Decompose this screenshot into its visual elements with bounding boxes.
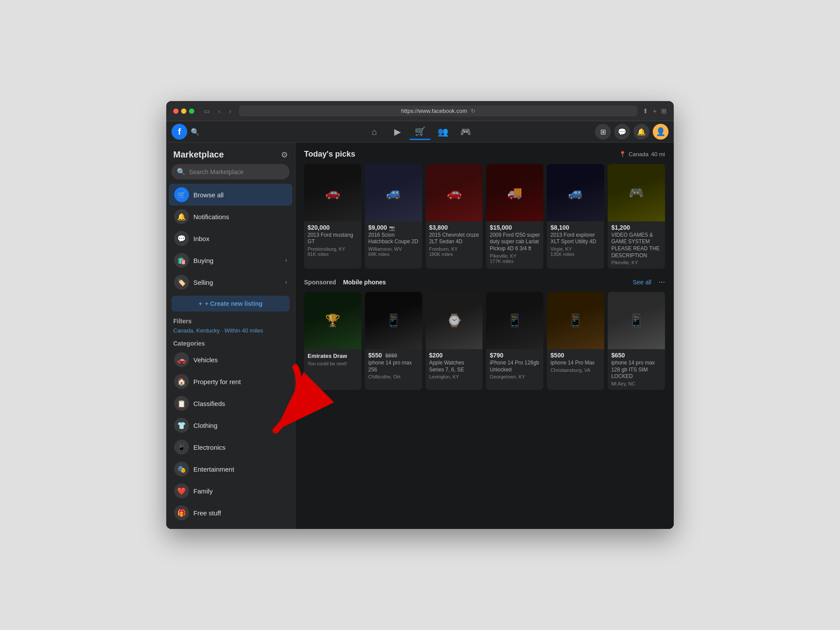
product-price: $790 xyxy=(490,352,540,359)
sponsored-card-iphone14-gold[interactable]: 📱 $500 iphone 14 Pro Max Christiansburg,… xyxy=(547,292,604,390)
nav-gaming-button[interactable]: 🎮 xyxy=(455,123,476,140)
sidebar-item-classifieds[interactable]: 📋 Classifieds xyxy=(169,392,292,414)
product-miles: 68K miles xyxy=(368,252,419,257)
entertainment-label: Entertainment xyxy=(193,466,287,473)
location-meta: 📍 Canada 40 mi xyxy=(619,151,665,158)
sidebar-item-vehicles[interactable]: 🚗 Vehicles xyxy=(169,349,292,371)
nav-marketplace-button[interactable]: 🛒 xyxy=(410,123,430,140)
search-bar[interactable]: 🔍 xyxy=(172,164,290,179)
search-input-icon: 🔍 xyxy=(177,168,186,176)
fb-logo-area: f 🔍 xyxy=(166,124,214,140)
product-img-mustang: 🚗 xyxy=(304,164,361,221)
sponsored-section: Sponsored Mobile phones See all ··· 🏆 Em… xyxy=(304,277,665,390)
product-price: $500 xyxy=(550,352,601,359)
property-rent-icon: 🏠 xyxy=(174,374,189,389)
grid-icon[interactable]: ⊞ xyxy=(661,107,667,115)
sidebar-toggle-icon[interactable]: ▭ xyxy=(201,107,212,116)
apps-icon[interactable]: ⊞ xyxy=(595,124,611,140)
new-tab-icon[interactable]: + xyxy=(653,107,657,115)
sidebar-item-browse-all[interactable]: 🛒 Browse all xyxy=(169,184,292,206)
product-price: $1,200 xyxy=(611,224,662,231)
location-text: Canada xyxy=(629,151,649,158)
back-icon[interactable]: ‹ xyxy=(216,107,223,116)
nav-home-button[interactable]: ⌂ xyxy=(364,123,385,140)
sidebar-item-property-rent[interactable]: 🏠 Property for rent xyxy=(169,371,292,392)
search-input[interactable] xyxy=(189,168,284,175)
product-price: $15,000 xyxy=(490,224,540,231)
refresh-icon[interactable]: ↻ xyxy=(471,108,476,114)
product-location: Virgie, KY xyxy=(550,246,601,252)
user-avatar[interactable]: 👤 xyxy=(653,124,668,140)
mobile-phones-label: Mobile phones xyxy=(343,279,386,286)
fb-logo[interactable]: f xyxy=(172,124,187,140)
product-info-mustang: $20,000 2013 Ford mustang GT Prestonsbur… xyxy=(304,221,361,260)
sponsored-card-iphone14[interactable]: 📱 $790 iPhone 14 Pro 128gb Unlocked Geor… xyxy=(486,292,543,390)
sidebar-item-clothing[interactable]: 👕 Clothing xyxy=(169,414,292,436)
clothing-icon: 👕 xyxy=(174,418,189,433)
sidebar-item-selling[interactable]: 🏷️ Selling › xyxy=(169,271,292,293)
product-miles: 91K miles xyxy=(308,252,358,257)
product-location: Christiansburg, VA xyxy=(550,368,601,373)
product-card-pikachu[interactable]: 🎮 $1,200 VIDEO GAMES & GAME SYSTEM PLEAS… xyxy=(608,164,665,269)
product-card-f250[interactable]: 🚚 $15,000 2009 Ford f250 super duty supe… xyxy=(486,164,543,269)
product-miles: 135K miles xyxy=(550,252,601,257)
sponsored-card-watch[interactable]: ⌚ $200 Apple Watches Series 7, 6, SE Lex… xyxy=(426,292,483,390)
product-card-scion[interactable]: 🚙 $9,000 📷 2016 Scion Hatchback Coupe 2D… xyxy=(365,164,422,269)
todays-picks-header: Today's picks 📍 Canada 40 mi xyxy=(304,150,665,159)
sponsored-info-iphone14-sim: $650 iphone 14 pro max 128 gb ITS SIM LO… xyxy=(608,349,665,390)
nav-watch-button[interactable]: ▶ xyxy=(387,123,408,140)
sidebar-item-notifications[interactable]: 🔔 Notifications xyxy=(169,206,292,228)
car-placeholder-icon: 🚙 xyxy=(386,186,401,200)
more-options-icon[interactable]: ··· xyxy=(658,277,665,287)
vehicles-icon: 🚗 xyxy=(174,352,189,367)
free-stuff-label: Free stuff xyxy=(193,509,287,517)
messenger-icon[interactable]: 💬 xyxy=(614,124,630,140)
close-button[interactable] xyxy=(173,108,178,114)
product-location: Freeburn, KY xyxy=(429,246,480,252)
sidebar-item-buying[interactable]: 🛍️ Buying › xyxy=(169,249,292,271)
inbox-label: Inbox xyxy=(193,235,287,242)
see-all-link[interactable]: See all xyxy=(633,279,651,286)
product-card-explorer[interactable]: 🚙 $8,100 2013 Ford explorer XLT Sport Ut… xyxy=(547,164,604,269)
minimize-button[interactable] xyxy=(181,108,186,114)
sponsored-info-phone1: $550 $650 iphone 14 pro max 256 Chillico… xyxy=(365,349,422,383)
sidebar-item-free-stuff[interactable]: 🎁 Free stuff xyxy=(169,502,292,524)
main-layout: Marketplace ⚙ 🔍 🛒 Browse all 🔔 Notificat… xyxy=(166,143,674,529)
nav-groups-button[interactable]: 👥 xyxy=(432,123,453,140)
sponsored-info-iphone14-gold: $500 iphone 14 Pro Max Christiansburg, V… xyxy=(547,349,604,376)
address-bar[interactable]: https://www.facebook.com ↻ xyxy=(239,105,637,116)
product-name: 2015 Chevrolet cruze 2LT Sedan 4D xyxy=(429,232,480,245)
search-icon[interactable]: 🔍 xyxy=(191,128,200,136)
product-info-cruze: $3,800 2015 Chevrolet cruze 2LT Sedan 4D… xyxy=(426,221,483,260)
sponsored-card-iphone14-sim[interactable]: 📱 $650 iphone 14 pro max 128 gb ITS SIM … xyxy=(608,292,665,390)
sidebar-item-electronics[interactable]: 📱 Electronics xyxy=(169,436,292,458)
maximize-button[interactable] xyxy=(189,108,194,114)
selling-label: Selling xyxy=(193,279,281,286)
product-card-cruze[interactable]: 🚗 $3,800 2015 Chevrolet cruze 2LT Sedan … xyxy=(426,164,483,269)
product-price: $3,800 xyxy=(429,224,480,231)
sidebar-title: Marketplace xyxy=(173,150,224,160)
sponsored-header: Sponsored Mobile phones See all ··· xyxy=(304,277,665,287)
sidebar-item-entertainment[interactable]: 🎭 Entertainment xyxy=(169,458,292,480)
buying-chevron-icon: › xyxy=(285,257,287,263)
notifications-icon[interactable]: 🔔 xyxy=(634,124,649,140)
share-icon[interactable]: ⬆ xyxy=(643,107,648,115)
settings-gear-icon[interactable]: ⚙ xyxy=(281,150,288,160)
sponsored-sub: You could be next! xyxy=(308,361,358,366)
product-name: 2013 Ford explorer XLT Sport Utility 4D xyxy=(550,232,601,245)
vehicles-label: Vehicles xyxy=(193,356,287,364)
classifieds-icon: 📋 xyxy=(174,396,189,411)
product-info-f250: $15,000 2009 Ford f250 super duty super … xyxy=(486,221,543,267)
sponsored-img-watch: ⌚ xyxy=(426,292,483,349)
sponsored-card-draw[interactable]: 🏆 Emirates Draw You could be next! xyxy=(304,292,361,390)
sidebar: Marketplace ⚙ 🔍 🛒 Browse all 🔔 Notificat… xyxy=(166,143,295,529)
create-listing-button[interactable]: + + Create new listing xyxy=(172,296,290,312)
filter-location-link[interactable]: Canada, Kentucky · Within 40 miles xyxy=(166,326,295,336)
sidebar-header: Marketplace ⚙ xyxy=(166,148,295,164)
product-card-mustang[interactable]: 🚗 $20,000 2013 Ford mustang GT Prestonsb… xyxy=(304,164,361,269)
notifications-label: Notifications xyxy=(193,213,287,220)
sidebar-item-inbox[interactable]: 💬 Inbox xyxy=(169,228,292,249)
forward-icon[interactable]: › xyxy=(227,107,234,116)
sidebar-item-family[interactable]: ❤️ Family xyxy=(169,480,292,502)
sponsored-card-phone1[interactable]: 📱 $550 $650 iphone 14 pro max 256 Chilli… xyxy=(365,292,422,390)
